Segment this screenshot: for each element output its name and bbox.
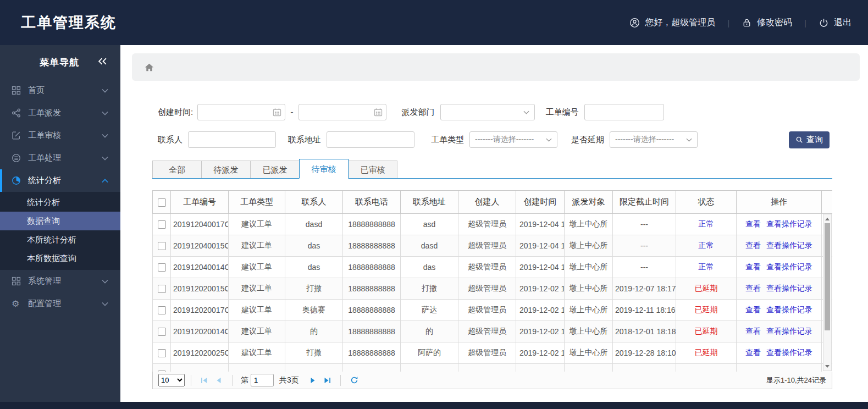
calendar-icon[interactable] <box>273 108 281 117</box>
search-button[interactable]: 查询 <box>789 131 830 148</box>
next-page-button[interactable] <box>309 377 317 384</box>
view-log-link[interactable]: 查看操作记录 <box>766 241 812 250</box>
row-checkbox[interactable] <box>158 220 166 229</box>
user-greeting[interactable]: 您好，超级管理员 <box>629 17 715 29</box>
address-input[interactable] <box>327 131 414 148</box>
change-password-button[interactable]: 修改密码 <box>742 17 792 29</box>
sidebar-item-home[interactable]: 首页 <box>0 79 120 102</box>
view-link[interactable]: 查看 <box>745 284 761 292</box>
view-link[interactable]: 查看 <box>745 262 761 271</box>
cell-creator: 超级管理员 <box>458 342 516 364</box>
cell-creator: 超级管理员 <box>458 278 516 300</box>
order-no-input[interactable] <box>584 104 664 120</box>
view-log-link[interactable]: 查看操作记录 <box>766 262 812 271</box>
sidebar-subitem-stats-analysis[interactable]: 统计分析 <box>0 193 120 212</box>
select-all-checkbox[interactable] <box>158 198 166 207</box>
cell-status: 已延期 <box>676 321 737 342</box>
checkbox-cell <box>153 321 171 342</box>
pager-divider <box>340 375 341 386</box>
pie-chart-icon <box>12 176 21 186</box>
last-page-button[interactable] <box>323 377 331 384</box>
view-link[interactable]: 查看 <box>745 241 761 250</box>
view-log-link[interactable]: 查看操作记录 <box>766 219 812 228</box>
sidebar-item-label: 工单审核 <box>28 130 61 141</box>
sidebar-item-system[interactable]: 系统管理 <box>0 270 120 292</box>
cell-address: 阿萨的 <box>401 342 458 364</box>
total-pages-label: 共3页 <box>279 375 299 385</box>
scroll-up-arrow[interactable] <box>823 215 831 223</box>
row-checkbox[interactable] <box>158 371 166 372</box>
view-link[interactable]: 查看 <box>745 348 761 357</box>
row-checkbox[interactable] <box>158 242 166 250</box>
view-link[interactable]: 查看 <box>745 305 761 314</box>
row-checkbox[interactable] <box>158 349 166 357</box>
cell-empty <box>676 364 737 372</box>
sidebar-item-dispatch[interactable]: 工单派发 <box>0 102 120 124</box>
home-icon[interactable] <box>144 62 154 73</box>
cell-phone: 18888888888 <box>343 278 401 300</box>
cell-empty <box>171 364 229 372</box>
sidebar: 菜单导航 首页工单派发工单审核工单处理统计分析统计分析数据查询本所统计分析本所数… <box>0 45 120 402</box>
cell-actions: 查看查看操作记录 <box>737 257 822 278</box>
view-log-link[interactable]: 查看操作记录 <box>766 305 812 314</box>
order-type-value: -------请选择------- <box>475 135 534 145</box>
column-header-3: 联系电话 <box>343 191 401 214</box>
refresh-button[interactable] <box>350 376 358 384</box>
vertical-scrollbar[interactable] <box>823 214 832 371</box>
delay-select[interactable]: -------请选择------- <box>610 131 698 148</box>
tab-dispatched[interactable]: 已派发 <box>250 161 300 178</box>
dispatch-dept-select[interactable] <box>440 104 535 120</box>
cell-deadline: 2019-12-28 18:10 <box>613 342 676 364</box>
view-link[interactable]: 查看 <box>745 219 761 228</box>
cell-type: 建议工单 <box>229 257 285 278</box>
checkbox-cell <box>153 342 171 364</box>
view-log-link[interactable]: 查看操作记录 <box>766 284 812 292</box>
sidebar-item-review[interactable]: 工单审核 <box>0 124 120 147</box>
row-checkbox[interactable] <box>158 328 166 336</box>
view-link[interactable]: 查看 <box>745 327 761 335</box>
order-no-label: 工单编号 <box>546 107 579 118</box>
row-checkbox[interactable] <box>158 263 166 272</box>
sidebar-subitem-branch-stats[interactable]: 本所统计分析 <box>0 230 120 249</box>
tab-all[interactable]: 全部 <box>152 161 202 178</box>
gear-icon: ⚙ <box>12 299 21 309</box>
tab-pending-dispatch[interactable]: 待派发 <box>201 161 251 178</box>
logout-button[interactable]: 退出 <box>819 17 852 29</box>
row-checkbox[interactable] <box>158 285 166 293</box>
cell-target: 墩上中心所 <box>565 342 613 364</box>
sidebar-item-stats[interactable]: 统计分析 <box>0 169 120 192</box>
view-log-link[interactable]: 查看操作记录 <box>766 348 812 357</box>
prev-page-button[interactable] <box>215 377 223 384</box>
sidebar-collapse-button[interactable] <box>98 57 107 67</box>
sidebar-item-process[interactable]: 工单处理 <box>0 147 120 169</box>
scroll-down-arrow[interactable] <box>823 362 831 370</box>
cell-created: 2019-12-04 15 <box>516 235 565 257</box>
row-checkbox[interactable] <box>158 306 166 314</box>
cell-address: das <box>401 257 458 278</box>
dispatch-dept-label: 派发部门 <box>402 107 435 118</box>
cell-type: 建议工单 <box>229 278 285 300</box>
first-page-button[interactable] <box>201 377 208 384</box>
page-size-select[interactable]: 10 <box>158 374 185 386</box>
start-date-input[interactable] <box>197 104 285 120</box>
cell-deadline: 2019-12-07 18:17 <box>613 278 676 300</box>
contact-input[interactable] <box>188 131 276 148</box>
tab-pending-review[interactable]: 待审核 <box>299 159 349 179</box>
end-date-input[interactable] <box>298 104 386 120</box>
sidebar-subitem-branch-data-query[interactable]: 本所数据查询 <box>0 249 120 268</box>
sidebar-item-config[interactable]: ⚙配置管理 <box>0 292 120 315</box>
view-log-link[interactable]: 查看操作记录 <box>766 327 812 335</box>
logout-label: 退出 <box>834 17 852 29</box>
page-number-input[interactable] <box>251 374 274 386</box>
scrollbar-thumb[interactable] <box>825 223 830 330</box>
sidebar-subitem-data-query[interactable]: 数据查询 <box>0 212 120 230</box>
search-icon <box>795 136 803 143</box>
cell-address: asd <box>401 214 458 235</box>
calendar-icon[interactable] <box>374 108 383 117</box>
order-type-select[interactable]: -------请选择------- <box>469 131 557 148</box>
app-title: 工单管理系统 <box>21 13 117 32</box>
tab-reviewed[interactable]: 已审核 <box>348 161 397 178</box>
chevron-down-icon <box>546 138 552 142</box>
contact-label: 联系人 <box>158 135 183 145</box>
cell-order_no: 201912040014C <box>171 257 229 278</box>
